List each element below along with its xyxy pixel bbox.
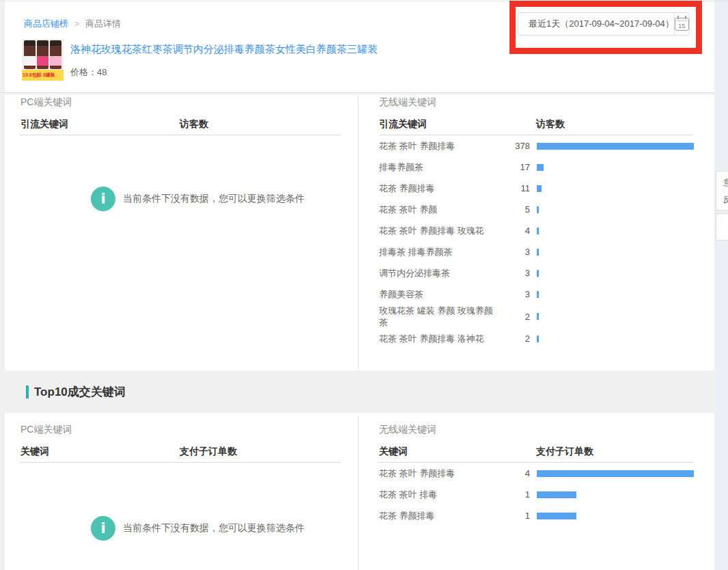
deal-pc-col2-header: 支付子订单数 [180,446,237,458]
section-accent-bar [26,385,29,398]
keyword-bar [537,513,576,519]
calendar-day-number: 15 [675,23,688,30]
product-title-link[interactable]: 洛神花玫瑰花茶红枣茶调节内分泌排毒养颜茶女性美白养颜茶三罐装 [70,43,378,56]
deal-column-divider [358,417,359,570]
bottle-art [50,40,61,69]
keyword-bar [537,185,542,192]
keyword-value: 2 [501,312,530,322]
keyword-bar [537,336,539,342]
keyword-row: 养颜美容茶3 [379,284,695,305]
breadcrumb: 商品店铺榜 > 商品详情 [24,18,121,30]
deal-wireless-keyword-list: 花茶 茶叶 养颜排毒4花茶 茶叶 排毒1花茶 养颜排毒1 [379,463,695,526]
keyword-label: 花茶 养颜排毒 [379,510,501,521]
traffic-pc-col2-header: 访客数 [180,118,208,131]
feedback-label-line1: 意见 [716,174,728,191]
keyword-label: 花茶 茶叶 养颜排毒 [379,140,501,152]
breadcrumb-root-link[interactable]: 商品店铺榜 [24,18,68,30]
keyword-bar [537,491,576,498]
keyword-bar [537,143,694,150]
keyword-row: 排毒茶 排毒养颜茶3 [379,241,695,262]
keyword-row: 花茶 养颜排毒11 [379,178,695,199]
calendar-pin [685,16,686,19]
keyword-label: 花茶 茶叶 养颜 [379,204,501,215]
deal-pc-col1-header: 关键词 [20,446,49,458]
keyword-bar [537,228,539,234]
keyword-value: 5 [501,204,530,215]
float-widget-secondary-button[interactable] [716,213,728,241]
keyword-row: 调节内分泌排毒茶3 [379,262,695,284]
keyword-value: 1 [501,511,530,521]
keyword-bar [537,270,539,277]
breadcrumb-current: 商品详情 [85,18,121,30]
keyword-bar [537,313,539,320]
keyword-bar [537,206,539,213]
deal-pc-header-rule [20,462,340,463]
keyword-label: 花茶 茶叶 排毒 [379,489,501,500]
deal-wireless-col2-header: 支付子订单数 [536,446,593,458]
bottle-art [24,40,36,69]
keyword-label: 花茶 茶叶 养颜排毒 洛神花 [379,333,501,344]
date-range-label: 最近1天（2017-09-04~2017-09-04） [518,18,674,30]
calendar-pin [677,16,679,19]
keyword-label: 花茶 养颜排毒 [379,182,501,194]
keyword-row: 花茶 茶叶 养颜排毒 玫瑰花4 [379,220,695,241]
traffic-pc-header-rule [20,135,340,135]
keyword-value: 1 [501,489,530,500]
keyword-label: 花茶 茶叶 养颜排毒 玫瑰花 [379,225,501,236]
keyword-label: 养颜美容茶 [379,288,501,300]
traffic-column-divider [358,96,359,370]
keyword-row: 花茶 茶叶 养颜5 [379,199,695,220]
keyword-value: 3 [501,268,530,278]
keyword-bar [537,164,544,171]
keyword-value: 3 [501,289,530,299]
keyword-row: 玫瑰花茶 罐装 养颜 玫瑰养颜茶2 [379,305,695,328]
deal-wireless-col1-header: 关键词 [379,446,408,458]
traffic-pc-empty-state: i 当前条件下没有数据，您可以更换筛选条件 [91,187,305,211]
calendar-icon: 15 [675,18,689,31]
header-card-divider [0,92,714,95]
feedback-widget-button[interactable]: 意见 反馈 [716,171,728,211]
calendar-button[interactable]: 15 [674,18,689,31]
keyword-value: 3 [501,247,530,257]
keyword-value: 4 [501,226,530,236]
top-border [0,1,728,1]
keyword-bar [537,291,539,298]
product-price: 价格：48 [70,66,107,79]
deal-pc-pane-title: PC端关键词 [20,424,72,436]
keyword-label: 排毒养颜茶 [379,161,501,173]
keyword-row: 花茶 茶叶 养颜排毒4 [379,463,695,484]
keyword-label: 玫瑰花茶 罐装 养颜 玫瑰养颜茶 [379,305,501,328]
traffic-wireless-pane-title: 无线端关键词 [379,96,436,109]
traffic-pc-pane-title: PC端关键词 [20,96,72,109]
keyword-row: 花茶 茶叶 养颜排毒378 [379,135,695,157]
product-bottles-art [22,39,64,70]
keyword-label: 排毒茶 排毒养颜茶 [379,246,501,258]
traffic-pc-col1-header: 引流关键词 [20,118,68,131]
keyword-value: 4 [501,468,530,478]
empty-state-text: 当前条件下没有数据，您可以更换筛选条件 [123,522,305,534]
page: 商品店铺榜 > 商品详情 19.8包邮 3罐装 洛神花玫瑰花茶红枣茶调节内分泌排… [0,0,728,570]
deal-wireless-pane-title: 无线端关键词 [379,424,436,436]
keyword-row: 排毒养颜茶17 [379,157,695,178]
left-gutter [0,0,5,570]
keyword-row: 花茶 茶叶 排毒1 [379,484,695,505]
date-range-selector[interactable]: 最近1天（2017-09-04~2017-09-04） 15 [518,12,690,36]
empty-state-text: 当前条件下没有数据，您可以更换筛选条件 [123,193,305,205]
traffic-wireless-col1-header: 引流关键词 [379,118,427,131]
deal-section-title: Top10成交关键词 [34,384,126,400]
product-image[interactable]: 19.8包邮 3罐装 [22,39,64,81]
keyword-value: 378 [501,141,530,151]
info-icon: i [91,516,115,541]
info-icon: i [91,187,115,211]
bottle-art [37,40,48,69]
right-scroll-area [714,0,728,570]
deal-pc-empty-state: i 当前条件下没有数据，您可以更换筛选条件 [91,516,305,541]
keyword-label: 调节内分泌排毒茶 [379,267,501,279]
traffic-wireless-col2-header: 访客数 [536,118,565,131]
keyword-bar [537,470,694,477]
keyword-value: 11 [501,183,530,193]
traffic-wireless-keyword-list: 花茶 茶叶 养颜排毒378排毒养颜茶17花茶 养颜排毒11花茶 茶叶 养颜5花茶… [379,135,695,349]
product-promo-banner: 19.8包邮 3罐装 [22,70,64,81]
feedback-label-line2: 反馈 [716,191,728,208]
keyword-row: 花茶 养颜排毒1 [379,505,695,526]
